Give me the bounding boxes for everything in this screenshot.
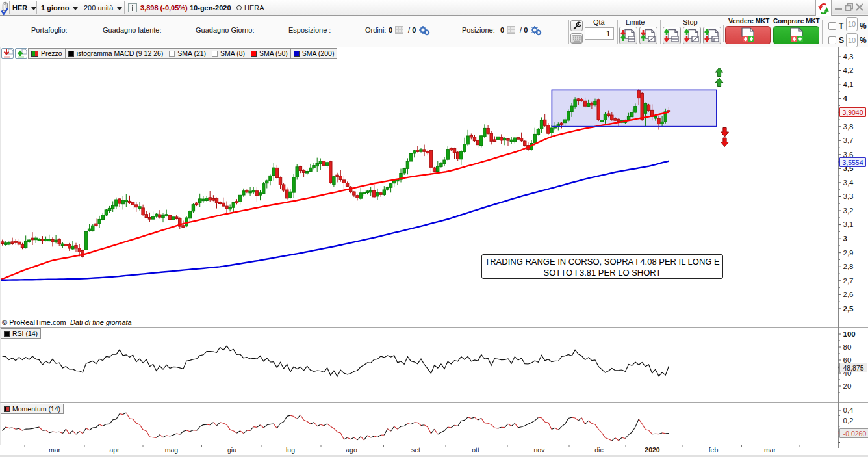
svg-text:lug: lug: [286, 446, 295, 454]
svg-text:3,4: 3,4: [843, 179, 854, 187]
svg-text:giu: giu: [227, 446, 236, 454]
svg-text:0,4: 0,4: [843, 406, 854, 414]
svg-text:2,5: 2,5: [843, 305, 854, 313]
svg-text:4,2: 4,2: [843, 66, 854, 74]
svg-text:nov: nov: [534, 446, 546, 454]
svg-text:3,7: 3,7: [843, 137, 854, 144]
svg-text:ott: ott: [472, 446, 479, 454]
svg-text:3,8: 3,8: [843, 123, 854, 131]
svg-text:2,9: 2,9: [843, 249, 854, 257]
svg-text:20: 20: [843, 382, 852, 390]
svg-text:3,3: 3,3: [843, 192, 854, 200]
svg-text:2020: 2020: [645, 446, 660, 454]
svg-text:0,2: 0,2: [843, 417, 854, 424]
svg-text:ago: ago: [346, 446, 357, 454]
svg-text:mag: mag: [165, 446, 179, 454]
svg-text:3,2: 3,2: [843, 207, 854, 215]
svg-text:3: 3: [843, 235, 847, 242]
svg-text:feb: feb: [709, 446, 719, 454]
svg-text:apr: apr: [109, 446, 120, 454]
svg-text:2,7: 2,7: [843, 277, 854, 285]
svg-text:100: 100: [843, 330, 856, 338]
svg-text:mar: mar: [49, 446, 61, 454]
svg-text:4: 4: [843, 94, 848, 102]
svg-text:4,1: 4,1: [843, 81, 854, 88]
svg-text:mar: mar: [764, 446, 776, 454]
svg-text:set: set: [411, 446, 420, 454]
svg-text:2,6: 2,6: [843, 291, 854, 298]
svg-text:3,1: 3,1: [843, 220, 854, 228]
svg-text:2,8: 2,8: [843, 263, 854, 270]
svg-text:4,3: 4,3: [843, 53, 854, 60]
svg-text:80: 80: [843, 343, 852, 351]
svg-text:dic: dic: [594, 446, 603, 454]
